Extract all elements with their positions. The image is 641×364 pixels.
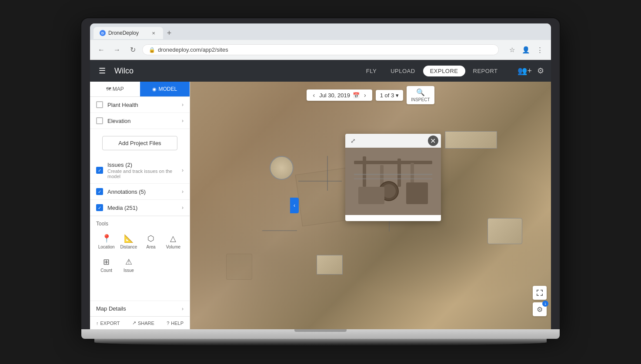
sidebar-item-annotations[interactable]: ✓ Annotations (5) ›	[90, 184, 190, 200]
settings-badge: 1	[542, 301, 548, 307]
nav-upload[interactable]: UPLOAD	[384, 65, 421, 77]
inspect-btn[interactable]: 🔍 INSPECT	[407, 86, 434, 104]
popup-close-btn[interactable]: ✕	[428, 136, 438, 146]
active-tab[interactable]: D DroneDeploy ✕	[93, 27, 163, 39]
export-btn[interactable]: ↑ EXPORT	[96, 321, 120, 326]
volume-label: Volume	[166, 245, 180, 249]
volume-icon: △	[170, 234, 176, 243]
user-icon[interactable]: 👤	[520, 44, 532, 56]
plant-health-checkbox[interactable]	[96, 101, 103, 108]
elevation-label: Elevation	[107, 118, 177, 124]
tab-map[interactable]: 🗺 MAP	[90, 82, 140, 96]
popup-tail	[389, 215, 397, 221]
area-icon: ⬡	[147, 234, 154, 243]
browser-actions: ☆ 👤 ⋮	[506, 44, 546, 56]
count-icon: ⊞	[103, 257, 110, 267]
settings-icon[interactable]: ⚙	[537, 66, 544, 76]
settings-map-icon: ⚙	[537, 305, 543, 314]
header-right: 👥+ ⚙	[517, 66, 544, 76]
tools-section: Tools 📍 Location 📐 Distance	[90, 216, 190, 280]
new-tab-btn[interactable]: +	[163, 27, 175, 39]
laptop-base	[81, 329, 560, 339]
add-project-files-btn[interactable]: Add Project Files	[102, 136, 177, 150]
map-counter[interactable]: 1 of 3 ▾	[376, 90, 404, 101]
tool-distance[interactable]: 📐 Distance	[118, 231, 139, 252]
annotations-checkbox[interactable]: ✓	[96, 188, 103, 195]
tool-issue[interactable]: ⚠ Issue	[118, 255, 139, 275]
add-user-icon[interactable]: 👥+	[517, 66, 532, 76]
url-bar[interactable]: 🔒 dronedeploy.com/app2/sites	[142, 44, 499, 55]
map-corner-btns: ⚙ 1	[533, 286, 547, 316]
help-btn[interactable]: ? HELP	[167, 321, 184, 326]
date-nav[interactable]: ‹ Jul 30, 2019 📅 ›	[307, 89, 372, 101]
elevation-checkbox[interactable]	[96, 117, 103, 124]
tool-location[interactable]: 📍 Location	[96, 231, 117, 252]
issues-checkbox[interactable]: ✓	[96, 167, 103, 174]
export-icon: ↑	[96, 321, 99, 326]
annotations-chevron: ›	[182, 189, 184, 195]
svg-rect-4	[397, 159, 401, 187]
export-label: EXPORT	[100, 321, 120, 326]
svg-rect-10	[354, 174, 432, 175]
calendar-icon[interactable]: 📅	[353, 92, 360, 99]
tool-count[interactable]: ⊞ Count	[96, 255, 117, 275]
nav-refresh-btn[interactable]: ↻	[127, 44, 139, 56]
tab-favicon: D	[100, 30, 106, 36]
sidebar-item-elevation[interactable]: Elevation ›	[90, 113, 190, 129]
issues-label: Issues (2)	[107, 162, 177, 168]
map-details-row[interactable]: Map Details ›	[90, 301, 190, 316]
model-tab-icon: ◉	[152, 86, 157, 92]
hamburger-btn[interactable]: ☰	[97, 64, 107, 77]
svg-rect-11	[354, 178, 432, 179]
tools-grid: 📍 Location 📐 Distance ⬡	[96, 231, 184, 252]
nav-report[interactable]: REPORT	[467, 65, 504, 77]
lock-icon: 🔒	[149, 47, 155, 53]
app-container: ☰ Wilco FLY UPLOAD EXPLORE REPORT 👥+ ⚙	[90, 60, 551, 329]
panel-collapse-btn[interactable]: ‹	[290, 198, 299, 213]
sidebar-item-media[interactable]: ✓ Media (251) ›	[90, 200, 190, 216]
tools-title: Tools	[96, 221, 184, 227]
distance-label: Distance	[120, 245, 137, 249]
area-label: Area	[147, 245, 156, 249]
media-checkbox[interactable]: ✓	[96, 204, 103, 211]
bookmark-icon[interactable]: ☆	[506, 44, 518, 56]
fullscreen-btn[interactable]	[533, 286, 547, 300]
nav-fly[interactable]: FLY	[360, 65, 383, 77]
nav-back-btn[interactable]: ←	[95, 44, 107, 56]
inspect-icon: 🔍	[416, 88, 425, 96]
popup-expand-btn[interactable]: ⤢	[348, 136, 358, 146]
plant-health-label: Plant Health	[107, 102, 177, 108]
date-prev-btn[interactable]: ‹	[311, 92, 317, 99]
location-label: Location	[98, 245, 115, 249]
issues-content: Issues (2) Create and track issues on th…	[107, 162, 177, 179]
date-next-btn[interactable]: ›	[362, 92, 368, 99]
popup-image-svg	[345, 148, 441, 215]
nav-forward-btn[interactable]: →	[111, 44, 123, 56]
tool-volume[interactable]: △ Volume	[163, 231, 184, 252]
tab-map-label: MAP	[113, 86, 124, 92]
elevation-chevron: ›	[182, 118, 184, 124]
main-content: 🗺 MAP ◉ MODEL	[90, 82, 551, 329]
nav-explore[interactable]: EXPLORE	[423, 66, 465, 76]
issues-chevron: ›	[182, 167, 184, 173]
sidebar-item-plant-health[interactable]: Plant Health ›	[90, 97, 190, 113]
share-icon: ↗	[132, 320, 136, 326]
issue-label: Issue	[124, 268, 134, 273]
tab-close-btn[interactable]: ✕	[150, 30, 157, 36]
tool-area[interactable]: ⬡ Area	[141, 231, 161, 252]
media-chevron: ›	[182, 205, 184, 211]
settings-map-btn[interactable]: ⚙ 1	[533, 302, 547, 316]
more-options-icon[interactable]: ⋮	[534, 44, 546, 56]
sidebar-item-issues[interactable]: ✓ Issues (2) Create and track issues on …	[90, 157, 190, 184]
tab-model[interactable]: ◉ MODEL	[140, 82, 190, 96]
add-files-container: Add Project Files	[90, 129, 190, 157]
counter-text: 1 of 3	[380, 92, 394, 99]
app-header: ☰ Wilco FLY UPLOAD EXPLORE REPORT 👥+ ⚙	[90, 60, 551, 82]
svg-rect-8	[358, 187, 384, 204]
map-view[interactable]: ‹ Jul 30, 2019 📅 › 1 of 3 ▾ 🔍	[190, 82, 551, 329]
tools-grid-row2: ⊞ Count ⚠ Issue	[96, 255, 184, 275]
share-btn[interactable]: ↗ SHARE	[132, 320, 154, 326]
address-bar: ← → ↻ 🔒 dronedeploy.com/app2/sites ☆ 👤 ⋮	[90, 40, 551, 60]
tab-model-label: MODEL	[158, 86, 177, 92]
laptop-shadow	[94, 339, 547, 346]
